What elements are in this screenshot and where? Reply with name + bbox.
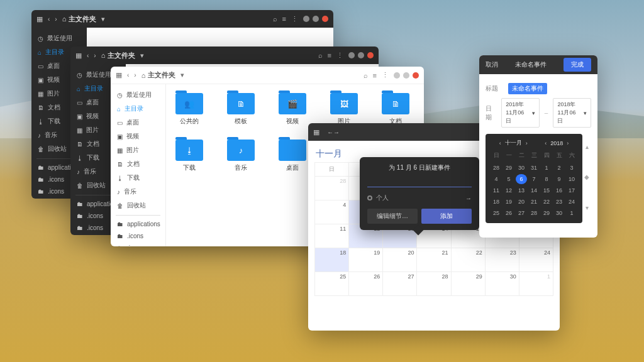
- sidebar-item[interactable]: ▭桌面: [111, 116, 165, 129]
- mini-day[interactable]: 10: [566, 174, 577, 184]
- event-editor-panel[interactable]: 取消 未命名事件 完成 标题 未命名事件 日期 2018年11月06日▾ – 2…: [479, 55, 597, 238]
- sidebar-item[interactable]: 🗎文档: [111, 157, 165, 171]
- search-icon[interactable]: ⌕: [364, 72, 368, 79]
- window-maximize[interactable]: [403, 72, 409, 79]
- mini-day[interactable]: 18: [491, 197, 502, 207]
- path-home[interactable]: ⌂主文件夹: [101, 51, 136, 60]
- mini-day[interactable]: 28: [491, 163, 502, 173]
- calendar-cell[interactable]: 20: [383, 248, 417, 272]
- titlebar[interactable]: ▦ ‹ › ⌂主文件夹 ▾ ⌕ ≡ ⋮: [31, 10, 333, 28]
- search-icon[interactable]: ⌕: [273, 15, 277, 23]
- window-close[interactable]: [413, 72, 419, 79]
- sidebar-item[interactable]: ▣视频: [111, 129, 165, 143]
- folder-item[interactable]: 🗎文档: [379, 93, 413, 126]
- window-minimize[interactable]: [303, 16, 309, 22]
- sidebar-item[interactable]: 🖿.icons: [111, 242, 165, 246]
- window-close[interactable]: [367, 52, 374, 58]
- window-maximize[interactable]: [358, 52, 364, 58]
- mini-day[interactable]: 12: [503, 185, 514, 195]
- mini-day[interactable]: 4: [491, 174, 502, 184]
- titlebar[interactable]: ▦ ‹ › ⌂主文件夹 ▾ ⌕ ≡ ⋮: [111, 67, 424, 84]
- menu-icon[interactable]: ⋮: [291, 15, 298, 23]
- folder-item[interactable]: 🖼图片: [327, 93, 361, 126]
- mini-day[interactable]: 30: [553, 208, 565, 218]
- prev-month-icon[interactable]: ‹: [499, 140, 501, 146]
- folder-item[interactable]: 🗎模板: [224, 93, 258, 126]
- calendar-name[interactable]: 个人: [376, 194, 389, 202]
- mini-day[interactable]: 21: [528, 197, 540, 207]
- mini-day[interactable]: 29: [503, 163, 514, 173]
- view-grid-icon[interactable]: ▦: [116, 71, 122, 79]
- calendar-cell[interactable]: 29: [452, 272, 486, 296]
- mini-day[interactable]: 8: [541, 174, 552, 184]
- sidebar-item[interactable]: 🖿applications: [111, 218, 165, 230]
- view-list-icon[interactable]: ≡: [328, 52, 331, 59]
- date-end[interactable]: 2018年11月06日▾: [553, 98, 591, 128]
- sidebar-item[interactable]: ⌂主目录: [111, 102, 165, 116]
- menu-icon[interactable]: ⋮: [382, 71, 389, 79]
- drag-handle-icon[interactable]: ◆: [584, 173, 589, 180]
- mini-day[interactable]: 26: [503, 208, 514, 218]
- mini-day[interactable]: 19: [503, 197, 514, 207]
- mini-day[interactable]: 28: [528, 208, 540, 218]
- mini-day[interactable]: 7: [528, 174, 540, 184]
- calendar-cell[interactable]: 26: [349, 272, 383, 296]
- nav-back-icon[interactable]: ‹: [48, 16, 50, 23]
- path-dropdown-icon[interactable]: ▾: [140, 52, 144, 60]
- editor-header[interactable]: 取消 未命名事件 完成: [479, 55, 597, 74]
- calendar-cell[interactable]: 1: [519, 272, 553, 296]
- window-minimize[interactable]: [394, 72, 400, 79]
- calendar-cell[interactable]: 4: [315, 200, 349, 224]
- sidebar-item[interactable]: ♪音乐: [111, 185, 165, 199]
- menu-icon[interactable]: ⋮: [336, 52, 343, 60]
- date-start[interactable]: 2018年11月06日▾: [501, 98, 540, 128]
- calendar-select-icon[interactable]: →: [465, 195, 472, 202]
- mini-day[interactable]: 27: [516, 208, 527, 218]
- prev-icon[interactable]: ←: [327, 129, 333, 136]
- calendar-cell[interactable]: 21: [417, 248, 451, 272]
- sidebar-item[interactable]: 🖿.icons: [111, 230, 165, 242]
- scroll-up-icon[interactable]: ▴: [586, 143, 589, 150]
- next-year-icon[interactable]: ›: [567, 140, 569, 146]
- nav-back-icon[interactable]: ‹: [87, 52, 89, 59]
- path-home[interactable]: ⌂主文件夹: [142, 70, 176, 80]
- calendar-cell[interactable]: 18: [315, 248, 349, 272]
- calendar-cell[interactable]: 22: [452, 248, 486, 272]
- mini-day[interactable]: 3: [566, 163, 577, 173]
- sidebar-item[interactable]: 🗑回收站: [111, 199, 165, 212]
- nav-forward-icon[interactable]: ›: [55, 16, 57, 23]
- view-grid-icon[interactable]: ▦: [36, 15, 43, 23]
- event-title-input[interactable]: [367, 176, 472, 187]
- done-button[interactable]: 完成: [564, 58, 591, 72]
- window-minimize[interactable]: [348, 52, 355, 58]
- folder-item[interactable]: ⭳下载: [172, 140, 206, 172]
- folder-item[interactable]: ♪音乐: [224, 140, 258, 172]
- mini-day[interactable]: 9: [553, 174, 565, 184]
- mini-day[interactable]: 1: [541, 163, 552, 173]
- nav-forward-icon[interactable]: ›: [134, 72, 136, 79]
- mini-day[interactable]: 30: [516, 163, 527, 173]
- view-list-icon[interactable]: ≡: [373, 72, 377, 79]
- sidebar-item[interactable]: ▦图片: [111, 143, 165, 157]
- folder-item[interactable]: 👥公共的: [172, 93, 206, 126]
- calendar-cell[interactable]: 23: [486, 248, 519, 272]
- titlebar[interactable]: ▦ ‹ › ⌂主文件夹 ▾ ⌕ ≡ ⋮: [70, 47, 379, 64]
- add-event-button[interactable]: 添加: [421, 209, 472, 224]
- title-field[interactable]: 未命名事件: [508, 83, 547, 94]
- mini-calendar[interactable]: ‹十一月› ‹2018› 日一二三四五六28293031123456789101…: [486, 134, 582, 223]
- calendar-cell[interactable]: 28: [417, 272, 451, 296]
- calendar-cell[interactable]: 30: [486, 272, 519, 296]
- mini-day[interactable]: 22: [541, 197, 552, 207]
- scroll-down-icon[interactable]: ▾: [586, 204, 589, 211]
- sidebar-item[interactable]: ◷最近使用: [31, 31, 87, 45]
- window-close[interactable]: [322, 16, 328, 22]
- path-dropdown-icon[interactable]: ▾: [101, 15, 105, 23]
- view-list-icon[interactable]: ≡: [282, 15, 286, 23]
- mini-day[interactable]: 1: [566, 208, 577, 218]
- new-event-popover[interactable]: 为 11 月 6 日新建事件 个人 → 编辑细节… 添加: [360, 157, 479, 230]
- mini-day[interactable]: 25: [491, 208, 502, 218]
- mini-day[interactable]: 6: [516, 174, 527, 184]
- folder-item[interactable]: 桌面: [275, 140, 309, 172]
- next-icon[interactable]: →: [333, 129, 340, 136]
- window-maximize[interactable]: [313, 16, 319, 22]
